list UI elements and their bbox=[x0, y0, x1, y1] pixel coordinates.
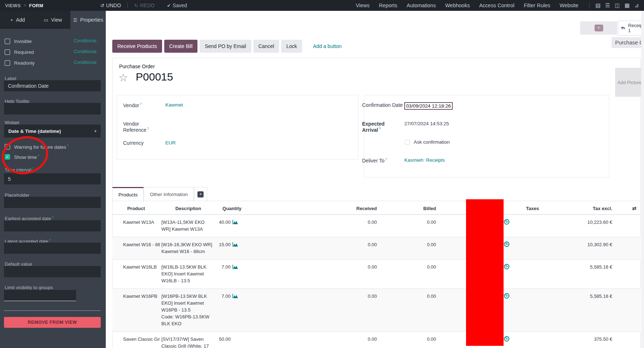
cell-billed[interactable]: 0.00 bbox=[378, 289, 438, 331]
cell-description[interactable]: [W13A-11,5KW EKO WR] Kawmet W13A bbox=[160, 215, 217, 237]
col-description[interactable]: Description bbox=[160, 206, 217, 211]
breadcrumb-views[interactable]: VIEWS bbox=[5, 3, 21, 8]
cell-taxes[interactable]: ↻ bbox=[502, 260, 563, 288]
add-picture-dropzone[interactable]: Add Picture bbox=[615, 68, 644, 97]
cell-billed[interactable]: 0.00 bbox=[378, 215, 438, 237]
add-smart-button[interactable]: + bbox=[595, 25, 603, 31]
cell-forecast[interactable] bbox=[232, 260, 243, 288]
cell-received[interactable]: 0.00 bbox=[243, 260, 378, 288]
warning-future-dates-row[interactable]: Warning for future dates? bbox=[5, 143, 69, 150]
table-row[interactable]: Kawmet W13A[W13A-11,5KW EKO WR] Kawmet W… bbox=[112, 215, 641, 237]
forecast-icon[interactable] bbox=[232, 219, 238, 226]
cell-received[interactable]: 0.00 bbox=[243, 237, 378, 259]
widget-select[interactable]: Date & Time (datetime) ▾ bbox=[4, 125, 101, 138]
invisible-checkbox[interactable] bbox=[5, 39, 10, 44]
cell-forecast[interactable] bbox=[232, 332, 243, 348]
optional-columns-icon[interactable]: ⇄ bbox=[632, 205, 636, 211]
cell-quantity[interactable]: 40.00 bbox=[217, 215, 232, 237]
flag-row-invisible[interactable]: Invisible bbox=[5, 38, 32, 45]
required-checkbox[interactable] bbox=[5, 49, 10, 55]
cell-description[interactable]: [W16PB-13.5KW BLK EKO] Insert Kawmet W16… bbox=[160, 289, 217, 331]
contacts-icon[interactable]: ▤ bbox=[595, 2, 600, 9]
cell-taxes[interactable]: ↻ bbox=[502, 289, 563, 331]
cell-product[interactable]: Saven Classic Grill (W... bbox=[112, 332, 160, 348]
cell-forecast[interactable] bbox=[232, 289, 243, 331]
table-row[interactable]: Kawmet W16PB[W16PB-13.5KW BLK EKO] Inser… bbox=[112, 289, 641, 332]
default-value-input[interactable] bbox=[4, 266, 101, 277]
show-time-checkbox[interactable]: ✓ bbox=[5, 154, 10, 160]
favorite-star-icon[interactable]: ☆ bbox=[118, 72, 128, 83]
receive-products-button[interactable]: Receive Products bbox=[112, 40, 162, 53]
cell-description[interactable]: [W16LB-13.5KW BLK EKO] Insert Kawmet W16… bbox=[160, 260, 217, 288]
cell-received[interactable]: 0.00 bbox=[243, 215, 378, 237]
cell-description[interactable]: [W16-16,3KW EKO WR] Kawmet W16 - 88cm bbox=[160, 237, 217, 259]
label-input[interactable] bbox=[4, 80, 101, 91]
tab-products[interactable]: Products bbox=[112, 187, 144, 201]
forecast-icon[interactable] bbox=[232, 293, 238, 300]
expected-arrival-value[interactable]: 27/07/2024 14:53:25 bbox=[404, 121, 449, 126]
list-icon[interactable]: ☰ bbox=[605, 2, 610, 9]
col-billed[interactable]: Billed bbox=[378, 206, 438, 211]
col-taxes[interactable]: Taxes bbox=[502, 206, 563, 211]
limit-groups-input[interactable] bbox=[4, 290, 76, 301]
readonly-checkbox[interactable] bbox=[5, 60, 10, 66]
tab-other-information[interactable]: Other Information bbox=[144, 187, 194, 201]
col-received[interactable]: Received bbox=[243, 206, 378, 211]
nav-item-access-control[interactable]: Access Control bbox=[479, 3, 514, 8]
lock-button[interactable]: Lock bbox=[281, 40, 302, 53]
flag-row-readonly[interactable]: Readonly bbox=[5, 59, 35, 66]
create-bill-button[interactable]: Create Bill bbox=[164, 40, 198, 53]
cell-product[interactable]: Kawmet W13A bbox=[112, 215, 160, 237]
time-interval-input[interactable] bbox=[4, 173, 101, 184]
send-po-by-email-button[interactable]: Send PO by Email bbox=[200, 40, 251, 53]
cell-quantity[interactable]: 7.00 bbox=[217, 289, 232, 331]
nav-item-website[interactable]: Website bbox=[560, 3, 578, 8]
cell-forecast[interactable] bbox=[232, 237, 243, 259]
remove-from-view-button[interactable]: REMOVE FROM VIEW bbox=[4, 317, 101, 328]
forecast-icon[interactable] bbox=[232, 264, 238, 270]
confirmation-date-value[interactable]: 03/09/2024 12:18:26 bbox=[404, 102, 453, 110]
cell-product[interactable]: Kawmet W16PB bbox=[112, 289, 160, 331]
table-row[interactable]: Kawmet W16LB[W16LB-13.5KW BLK EKO] Inser… bbox=[112, 260, 641, 289]
sidebar-tab-properties[interactable]: ☰Properties bbox=[70, 11, 106, 29]
kanban-icon[interactable]: ◫ bbox=[615, 2, 620, 9]
conditional-badge[interactable]: Conditional bbox=[74, 38, 96, 43]
calendar-icon[interactable]: ▦ bbox=[625, 2, 630, 9]
ask-confirmation-field[interactable]: Ask confirmation bbox=[405, 139, 450, 145]
cell-quantity[interactable]: 15.00 bbox=[217, 237, 232, 259]
scrollbar[interactable] bbox=[641, 11, 644, 348]
table-row[interactable]: Kawmet W16 - 88cm[W16-16,3KW EKO WR] Kaw… bbox=[112, 237, 641, 260]
nav-item-webhooks[interactable]: Webhooks bbox=[445, 3, 470, 8]
flag-row-required[interactable]: Required bbox=[5, 48, 34, 56]
undo-button[interactable]: ↺UNDO bbox=[100, 3, 121, 8]
cell-description[interactable]: [SV/17/37/W] Saven Classic Grill (White,… bbox=[160, 332, 217, 348]
col-product[interactable]: Product bbox=[112, 206, 160, 211]
cell-quantity[interactable]: 7.00 bbox=[217, 260, 232, 288]
cell-product[interactable]: Kawmet W16 - 88cm bbox=[112, 237, 160, 259]
earliest-date-input[interactable] bbox=[4, 220, 101, 231]
add-tab-button[interactable]: + bbox=[194, 187, 207, 201]
nav-item-automations[interactable]: Automations bbox=[407, 3, 436, 8]
help-tooltip-input[interactable] bbox=[4, 103, 101, 114]
nav-item-views[interactable]: Views bbox=[356, 3, 369, 8]
nav-item-reports[interactable]: Reports bbox=[379, 3, 397, 8]
cell-taxes[interactable]: ↻ bbox=[502, 237, 563, 259]
cell-quantity[interactable]: 50.00 bbox=[217, 332, 232, 348]
forecast-icon[interactable] bbox=[232, 242, 238, 248]
conditional-badge[interactable]: Conditional bbox=[74, 60, 96, 65]
cell-billed[interactable]: 0.00 bbox=[378, 260, 438, 288]
col-quantity[interactable]: Quantity bbox=[217, 206, 243, 211]
col-tax-excl[interactable]: Tax excl. bbox=[563, 206, 614, 211]
placeholder-input[interactable] bbox=[4, 197, 101, 208]
sidebar-tab-view[interactable]: ▭View bbox=[35, 11, 71, 29]
redo-button[interactable]: ↻REDO bbox=[134, 3, 155, 8]
cancel-button[interactable]: Cancel bbox=[253, 40, 279, 53]
cell-received[interactable]: 0.00 bbox=[243, 332, 378, 348]
page-title[interactable]: P00015 bbox=[136, 71, 173, 83]
cell-taxes[interactable]: ↻ bbox=[502, 332, 563, 348]
vendor-value[interactable]: Kawmet bbox=[165, 102, 183, 108]
latest-date-input[interactable] bbox=[4, 243, 101, 254]
cell-received[interactable]: 0.00 bbox=[243, 289, 378, 331]
currency-value[interactable]: EUR bbox=[165, 140, 176, 145]
deliver-to-value[interactable]: Kasmieh: Receipts bbox=[404, 157, 445, 163]
